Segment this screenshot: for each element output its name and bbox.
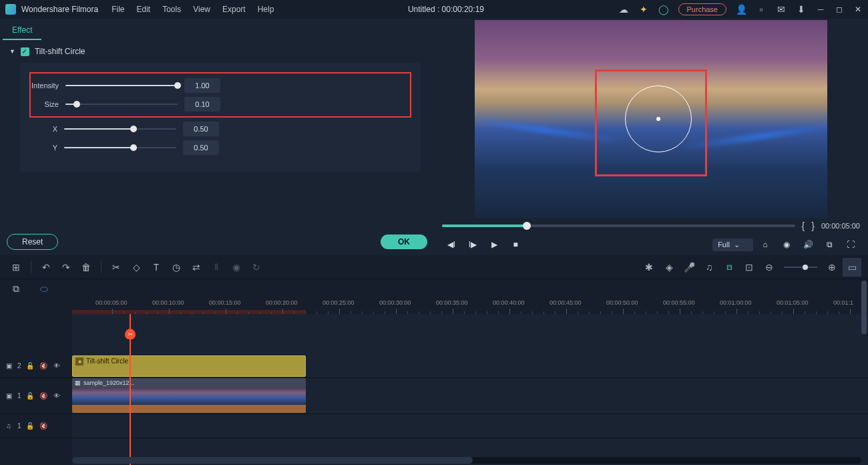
effect-enabled-checkbox[interactable]: ✓ [21,47,29,56]
music-icon[interactable]: ♫ [700,258,718,277]
param-label-size: Size [31,100,59,108]
cloud-icon[interactable]: ☁ [618,4,629,15]
download-icon[interactable]: ⬇ [796,4,807,15]
mark-out-icon[interactable]: } [811,220,815,231]
color-icon[interactable]: ◉ [227,258,246,277]
redo-icon[interactable]: ↷ [57,258,75,277]
preview-image[interactable] [475,20,827,218]
crop-icon[interactable]: ◇ [127,258,146,277]
save-icon[interactable]: ▫ [756,4,767,15]
app-logo [5,4,16,15]
mark-in-icon[interactable]: { [802,220,805,231]
value-y[interactable]: 0.50 [183,140,219,155]
track-header-effect[interactable]: ▣2 🔓🔇👁 [0,354,72,378]
collapse-icon[interactable]: ▼ [9,48,15,55]
menu-tools[interactable]: Tools [162,5,181,14]
avatar-icon[interactable]: 👤 [736,4,746,15]
delete-icon[interactable]: 🗑 [77,258,95,277]
param-label-x: X [29,125,57,133]
clip-video[interactable]: ▦sample_1920x12... [72,378,306,413]
app-name: Wondershare Filmora [21,5,98,14]
speed-icon[interactable]: ◷ [167,258,186,277]
preview-size-select[interactable]: Full ⌄ [712,239,753,251]
auto-ripple-icon[interactable]: ⬭ [35,279,53,298]
scissors-icon: ✂ [128,331,133,337]
param-label-intensity: Intensity [31,82,59,90]
param-label-y: Y [29,144,57,152]
timeline-tracks[interactable]: ★ Tilt-shift Circle ▦sample_1920x12... ✂ [72,314,868,465]
fullscreen-icon[interactable]: ⛶ [841,237,860,253]
snapshot-icon[interactable]: ◉ [777,237,796,253]
zoom-fit-icon[interactable]: ▭ [843,258,861,277]
link-icon[interactable]: ⊡ [740,258,758,277]
maximize-button[interactable]: ◻ [835,5,844,14]
preview-window [434,19,868,218]
track-header-video[interactable]: ▣1 🔓🔇👁 [0,378,72,414]
value-size[interactable]: 0.10 [184,97,220,112]
split-icon[interactable]: ✂ [107,258,126,277]
zoom-out-icon[interactable]: ⊖ [760,258,779,277]
lightbulb-icon[interactable]: ✦ [638,4,649,15]
zoom-slider[interactable] [784,267,817,268]
slider-x[interactable] [64,124,176,134]
display-icon[interactable]: ⌂ [756,237,775,253]
adjust-icon[interactable]: ⇄ [187,258,206,277]
highlight-annotation: Intensity 1.00 Size 0.10 [29,72,411,118]
pip-icon[interactable]: ⧉ [820,237,839,253]
menu-bar: File Edit Tools View Export Help [112,5,274,14]
value-intensity[interactable]: 1.00 [184,78,220,93]
effect-name: Tilt-shift Circle [35,47,85,56]
next-frame-button[interactable]: I▶ [463,237,482,253]
star-icon: ★ [75,357,83,365]
film-icon: ▦ [75,379,81,386]
value-x[interactable]: 0.50 [183,122,219,136]
slider-intensity[interactable] [65,80,178,91]
record-icon[interactable]: 🎤 [680,258,698,277]
audio-icon[interactable]: ⫴ [207,258,226,277]
slider-size[interactable] [65,99,178,110]
minimize-button[interactable]: ─ [816,5,825,14]
magnet-icon[interactable]: ⧈ [720,258,738,277]
effect-tab[interactable]: Effect [3,21,41,40]
preview-progress[interactable] [442,224,795,227]
layout-icon[interactable]: ⊞ [7,258,25,277]
document-title: Untitled : 00:00:20:19 [274,5,618,14]
render-icon[interactable]: ↻ [247,258,266,277]
track-header-audio[interactable]: ♫1 🔓🔇 [0,414,72,438]
menu-help[interactable]: Help [258,5,274,14]
marker-icon[interactable]: ◈ [660,258,678,277]
menu-view[interactable]: View [193,5,210,14]
clip-effect[interactable]: ★ Tilt-shift Circle [72,355,306,377]
purchase-button[interactable]: Purchase [678,3,726,15]
track-manage-icon[interactable]: ⧉ [7,279,25,298]
menu-edit[interactable]: Edit [137,5,151,14]
headphones-icon[interactable]: ◯ [658,4,669,15]
effect-params: Intensity 1.00 Size 0.10 X [20,63,421,172]
timeline-ruler[interactable]: 00:00:05:0000:00:10:0000:00:15:0000:00:2… [72,298,868,314]
menu-export[interactable]: Export [222,5,246,14]
play-button[interactable]: ▶ [485,237,503,253]
timeline-scrollbar[interactable] [72,457,861,464]
vertical-scrollbar[interactable] [861,281,867,334]
zoom-in-icon[interactable]: ⊕ [823,258,841,277]
menu-file[interactable]: File [112,5,124,14]
preview-time: 00:00:05:00 [821,222,860,230]
stop-button[interactable]: ■ [506,237,525,253]
reset-button[interactable]: Reset [7,234,58,250]
text-icon[interactable]: T [147,258,166,277]
tilt-shift-center-dot[interactable] [656,117,660,121]
undo-icon[interactable]: ↶ [37,258,55,277]
mixer-icon[interactable]: ✱ [640,258,658,277]
message-icon[interactable]: ✉ [776,4,787,15]
ok-button[interactable]: OK [381,235,427,249]
volume-icon[interactable]: 🔊 [799,237,817,253]
prev-frame-button[interactable]: ◀I [442,237,461,253]
slider-y[interactable] [64,142,176,153]
close-button[interactable]: ✕ [853,5,863,14]
